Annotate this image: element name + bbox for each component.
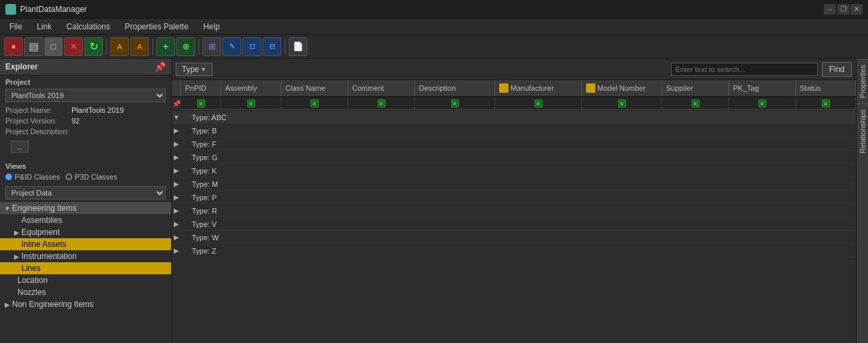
col-header-supplier[interactable]: Supplier: [662, 80, 729, 96]
toolbar-add2[interactable]: ⊕: [176, 37, 195, 56]
table-row-type-r[interactable]: ▶ Type: R: [172, 204, 856, 218]
type-button[interactable]: Type ▼: [176, 63, 212, 76]
filter-modelnumber[interactable]: [582, 97, 662, 110]
table-row-type-k[interactable]: ▶ Type: K: [172, 164, 856, 178]
expand-equipment[interactable]: ▶: [12, 229, 21, 236]
col-header-description[interactable]: Description: [415, 80, 495, 96]
filter-pktag[interactable]: [729, 97, 796, 110]
expand-instrumentation[interactable]: ▶: [12, 253, 21, 260]
expand-type-p[interactable]: ▶: [172, 194, 181, 201]
expand-non-engineering-items[interactable]: ▶: [3, 301, 12, 308]
menu-help[interactable]: Help: [196, 21, 227, 33]
expand-type-w[interactable]: ▶: [172, 234, 181, 241]
table-row-type-f[interactable]: ▶ Type: F: [172, 137, 856, 151]
find-button[interactable]: Find: [822, 62, 852, 77]
toolbar-delete[interactable]: ✕: [64, 37, 83, 56]
tree-item-engineering-items[interactable]: ▼ Engineering Items: [0, 202, 171, 214]
tree-item-equipment[interactable]: ▶ Equipment: [0, 226, 171, 238]
expand-type-v[interactable]: ▶: [172, 220, 181, 228]
filter-status[interactable]: [796, 97, 856, 110]
search-input[interactable]: [671, 63, 818, 76]
menu-calculations[interactable]: Calculations: [59, 21, 116, 33]
table-row-type-p[interactable]: ▶ Type: P: [172, 191, 856, 204]
engineering-items-label: Engineering Items: [12, 204, 77, 213]
filter-manufacturer[interactable]: [495, 97, 582, 110]
menu-file[interactable]: File: [3, 21, 29, 33]
expand-type-m[interactable]: ▶: [172, 180, 181, 188]
tree-item-location[interactable]: Location: [0, 274, 171, 286]
toolbar-list[interactable]: ▤: [24, 37, 43, 56]
expand-type-r[interactable]: ▶: [172, 207, 181, 214]
toolbar-add[interactable]: +: [156, 37, 175, 56]
table-row-type-v[interactable]: ▶ Type: V: [172, 218, 856, 231]
restore-button[interactable]: ❐: [837, 4, 849, 15]
description-label: Description: [419, 84, 456, 92]
toolbar-btn-a[interactable]: A: [110, 37, 129, 56]
right-panel: Type ▼ Find PnPID Assembly Class Name Co…: [172, 59, 856, 343]
desc-button[interactable]: ...: [11, 141, 29, 153]
tree-scroll[interactable]: ▼ Engineering Items Assemblies ▶ Equipme…: [0, 202, 171, 343]
expand-type-g[interactable]: ▶: [172, 153, 181, 161]
tree-item-lines[interactable]: Lines: [0, 262, 171, 274]
filter-pnpid[interactable]: [181, 97, 221, 110]
table-row-type-w[interactable]: ▶ Type: W: [172, 231, 856, 244]
type-p-label: Type: P: [190, 194, 216, 202]
pid-classes-option[interactable]: P&ID Classes: [5, 173, 60, 181]
table-row-type-m[interactable]: ▶ Type: M: [172, 178, 856, 191]
filter-description[interactable]: [415, 97, 495, 110]
menu-properties-palette[interactable]: Properties Palette: [118, 21, 195, 33]
tree-item-assemblies[interactable]: Assemblies: [0, 214, 171, 226]
toolbar-edit[interactable]: ✎: [223, 37, 241, 56]
toolbar-minus[interactable]: ⊟: [263, 37, 281, 56]
tree-item-nozzles[interactable]: Nozzles: [0, 286, 171, 298]
toolbar-new[interactable]: ■: [4, 37, 23, 56]
filter-pktag-icon: [758, 99, 766, 107]
col-header-pnpid[interactable]: PnPID: [181, 80, 221, 96]
data-dropdown[interactable]: Project Data: [5, 186, 166, 200]
toolbar-btn-b[interactable]: A: [130, 37, 149, 56]
col-header-classname[interactable]: Class Name: [281, 80, 348, 96]
filter-assembly[interactable]: [221, 97, 281, 110]
filter-supplier[interactable]: [662, 97, 729, 110]
close-button[interactable]: ✕: [851, 4, 863, 15]
tab-properties[interactable]: Properties: [857, 59, 868, 103]
col-header-manufacturer[interactable]: Manufacturer: [495, 80, 582, 96]
expand-type-b[interactable]: ▶: [172, 127, 181, 134]
project-dropdown[interactable]: PlantTools 2019: [5, 89, 166, 102]
tree-item-non-engineering-items[interactable]: ▶ Non Engineering Items: [0, 298, 171, 310]
col-header-modelnumber[interactable]: Model Number: [582, 80, 662, 96]
tree-item-instrumentation[interactable]: ▶ Instrumentation: [0, 250, 171, 262]
type-r-label: Type: R: [190, 207, 217, 215]
expand-type-k[interactable]: ▶: [172, 167, 181, 174]
table-header: PnPID Assembly Class Name Comment Descri…: [172, 80, 856, 97]
title-bar: PlantDataManager – ❐ ✕: [0, 0, 868, 19]
col-header-status[interactable]: Status: [796, 80, 856, 96]
toolbar-box[interactable]: ⊡: [243, 37, 261, 56]
col-header-pktag[interactable]: PK_Tag: [729, 80, 796, 96]
table-row-type-abc[interactable]: ▼ Type: ABC: [172, 111, 856, 124]
toolbar-sep1: [106, 39, 107, 55]
table-row-type-b[interactable]: ▶ Type: B: [172, 124, 856, 137]
expand-type-f[interactable]: ▶: [172, 140, 181, 147]
table-row-type-g[interactable]: ▶ Type: G: [172, 151, 856, 164]
expand-type-abc[interactable]: ▼: [172, 113, 181, 121]
table-row-type-z[interactable]: ▶ Type: Z: [172, 244, 856, 258]
p3d-classes-option[interactable]: P3D Classes: [65, 173, 118, 181]
pid-classes-label: P&ID Classes: [15, 173, 60, 181]
col-header-comment[interactable]: Comment: [348, 80, 415, 96]
filter-comment[interactable]: [348, 97, 415, 110]
tab-relationships[interactable]: Relationships: [857, 103, 868, 159]
toolbar-export[interactable]: 📄: [289, 37, 307, 56]
pin-icon[interactable]: 📌: [154, 61, 166, 72]
toolbar-save[interactable]: □: [44, 37, 63, 56]
tree-item-inline-assets[interactable]: Inline Assets: [0, 238, 171, 250]
expand-engineering-items[interactable]: ▼: [3, 205, 12, 212]
minimize-button[interactable]: –: [824, 4, 836, 15]
filter-classname[interactable]: [281, 97, 348, 110]
toolbar-grid[interactable]: ⊞: [202, 37, 221, 56]
menu-link[interactable]: Link: [30, 21, 58, 33]
equipment-label: Equipment: [21, 228, 59, 237]
expand-type-z[interactable]: ▶: [172, 247, 181, 254]
col-header-assembly[interactable]: Assembly: [221, 80, 281, 96]
toolbar-refresh[interactable]: ↻: [84, 37, 103, 56]
